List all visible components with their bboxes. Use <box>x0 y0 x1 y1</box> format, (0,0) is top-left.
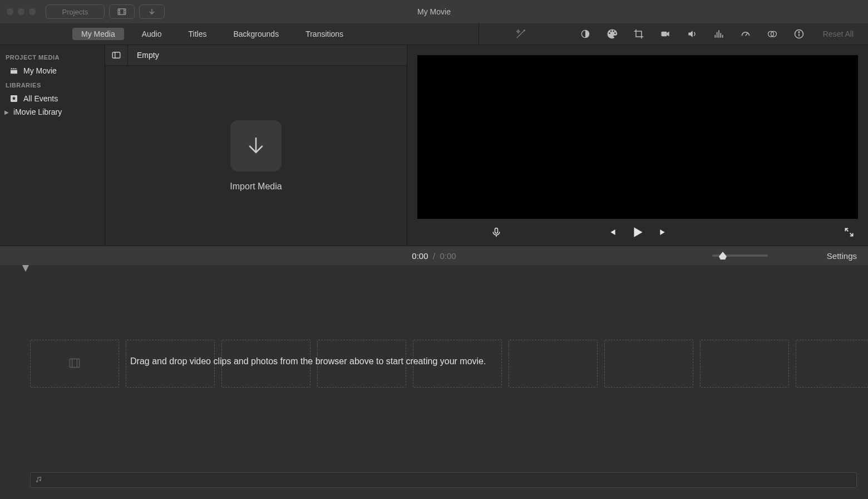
volume-button[interactable] <box>684 26 701 42</box>
sidebar-item-label: All Events <box>23 94 58 103</box>
svg-point-22 <box>798 32 800 33</box>
svg-rect-11 <box>661 32 667 36</box>
browser-tabs: My Media Audio Titles Backgrounds Transi… <box>0 23 479 45</box>
skip-back-icon <box>606 227 617 238</box>
reset-all-label: Reset All <box>823 30 854 38</box>
enhance-button[interactable] <box>512 26 529 42</box>
sidebar-icon <box>111 50 121 60</box>
projects-button[interactable]: Projects <box>46 4 105 19</box>
browser-header: Empty <box>105 45 407 66</box>
palette-icon <box>606 28 618 40</box>
svg-point-9 <box>524 30 525 31</box>
speed-button[interactable] <box>737 26 754 42</box>
skip-forward-icon <box>658 227 669 238</box>
tab-audio[interactable]: Audio <box>133 28 171 40</box>
crop-button[interactable] <box>630 26 647 42</box>
timecode-duration: 0:00 <box>440 251 456 261</box>
clip-slot[interactable] <box>30 340 119 388</box>
playhead[interactable] <box>26 265 26 499</box>
music-note-icon <box>35 476 43 485</box>
noise-reduction-button[interactable] <box>711 26 727 42</box>
disclosure-triangle-icon[interactable]: ▶ <box>4 109 9 115</box>
settings-label: Settings <box>827 251 857 261</box>
overlap-circles-icon <box>767 28 778 40</box>
microphone-icon <box>491 227 502 238</box>
svg-rect-27 <box>495 228 498 233</box>
info-button[interactable] <box>791 26 807 42</box>
projects-label: Projects <box>62 8 88 16</box>
play-icon <box>630 225 645 239</box>
sidebar-item-library[interactable]: ▶ iMovie Library <box>0 105 105 119</box>
timeline-settings-button[interactable]: Settings <box>827 251 857 261</box>
prev-button[interactable] <box>606 227 617 238</box>
window-controls <box>7 8 36 15</box>
svg-rect-31 <box>70 359 79 367</box>
import-media-button[interactable] <box>230 120 282 172</box>
tab-my-media[interactable]: My Media <box>72 28 124 40</box>
audio-track[interactable] <box>30 472 857 488</box>
equalizer-icon <box>713 28 724 40</box>
film-icon <box>67 356 82 372</box>
tab-label: Backgrounds <box>233 30 279 38</box>
tab-label: My Media <box>81 30 115 38</box>
media-browser: Empty Import Media <box>105 45 407 246</box>
sidebar-item-label: My Movie <box>23 66 57 75</box>
sidebar-toggle[interactable] <box>105 45 128 65</box>
tab-label: Audio <box>142 30 162 38</box>
tab-backgrounds[interactable]: Backgrounds <box>224 28 288 40</box>
star-box-icon <box>9 94 19 103</box>
sidebar-item-all-events[interactable]: All Events <box>0 92 105 105</box>
tab-titles[interactable]: Titles <box>180 28 216 40</box>
tab-label: Transitions <box>305 30 343 38</box>
svg-line-17 <box>746 33 747 36</box>
timeline[interactable]: Drag and drop video clips and photos fro… <box>0 265 868 499</box>
clapperboard-icon <box>9 66 19 75</box>
svg-rect-24 <box>112 52 120 58</box>
download-arrow-icon <box>147 7 156 16</box>
zoom-window[interactable] <box>29 8 36 15</box>
viewer-pane <box>407 45 868 246</box>
preview-canvas[interactable] <box>417 55 858 219</box>
filmstrip-icon <box>117 7 127 17</box>
voiceover-button[interactable] <box>491 227 502 238</box>
tab-label: Titles <box>189 30 207 38</box>
half-circle-icon <box>580 28 591 40</box>
next-button[interactable] <box>658 227 669 238</box>
tab-transitions[interactable]: Transitions <box>297 28 352 40</box>
timecode-current: 0:00 <box>412 251 428 261</box>
media-browser-button[interactable] <box>109 4 135 19</box>
sidebar-header-libraries: LIBRARIES <box>0 77 105 92</box>
stabilization-button[interactable] <box>657 26 674 42</box>
sidebar-item-project[interactable]: My Movie <box>0 64 105 77</box>
color-correction-button[interactable] <box>604 26 620 42</box>
clip-slot[interactable] <box>509 340 598 388</box>
titlebar: Projects My Movie <box>0 0 868 23</box>
fullscreen-button[interactable] <box>844 227 855 238</box>
speedometer-icon <box>740 28 751 40</box>
sidebar-item-label: iMovie Library <box>13 107 62 116</box>
import-media-label: Import Media <box>230 182 282 192</box>
clip-slot[interactable] <box>700 340 789 388</box>
browser-body[interactable]: Import Media <box>105 66 407 246</box>
color-balance-button[interactable] <box>577 26 594 42</box>
speaker-icon <box>687 28 698 40</box>
play-button[interactable] <box>630 225 645 239</box>
reset-all-button[interactable]: Reset All <box>823 30 854 38</box>
sidebar-header-project-media: PROJECT MEDIA <box>0 50 105 64</box>
timeline-zoom-slider[interactable] <box>712 255 768 257</box>
clip-filter-button[interactable] <box>764 26 781 42</box>
clip-slot[interactable] <box>604 340 693 388</box>
middle-pane: PROJECT MEDIA My Movie LIBRARIES All Eve… <box>0 45 868 246</box>
secondary-toolbar: My Media Audio Titles Backgrounds Transi… <box>0 23 868 45</box>
inspector-tools: Reset All <box>479 23 868 45</box>
import-button[interactable] <box>139 4 165 19</box>
app-window: Projects My Movie My Media Audio Titles … <box>0 0 868 499</box>
download-arrow-icon <box>245 135 267 157</box>
minimize-window[interactable] <box>18 8 24 15</box>
clip-slot[interactable] <box>796 340 868 388</box>
timecode-bar: 0:00 / 0:00 Settings <box>0 246 868 265</box>
info-icon <box>793 28 805 40</box>
close-window[interactable] <box>7 8 13 15</box>
magic-wand-icon <box>515 28 527 40</box>
browser-title: Empty <box>128 51 159 60</box>
